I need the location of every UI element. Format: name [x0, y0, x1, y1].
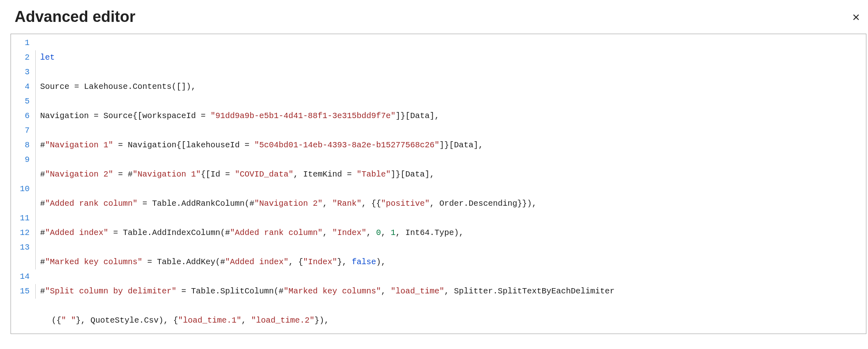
line-number: 7 — [11, 123, 30, 138]
line-number — [11, 167, 30, 182]
line-number: 4 — [11, 80, 30, 94]
line-number: 2 — [11, 50, 30, 65]
code-area[interactable]: let Source = Lakehouse.Contents([]), Nav… — [40, 34, 614, 334]
line-number: 11 — [11, 211, 30, 226]
code-line[interactable]: ({" "}, QuoteStyle.Csv), {"load_time.1",… — [40, 313, 614, 328]
code-line[interactable]: #"Marked key columns" = Table.AddKey(#"A… — [40, 255, 614, 269]
line-number — [11, 196, 30, 211]
line-number-gutter: 123456789101112131415 — [11, 34, 34, 334]
code-line[interactable]: #"Navigation 2" = #"Navigation 1"{[Id = … — [40, 167, 614, 182]
code-line[interactable]: #"Added index" = Table.AddIndexColumn(#"… — [40, 226, 614, 240]
line-number: 1 — [11, 36, 30, 50]
line-number: 8 — [11, 138, 30, 153]
line-number: 15 — [11, 284, 30, 299]
code-line[interactable]: #"Navigation 1" = Navigation{[lakehouseI… — [40, 138, 614, 153]
header-bar: Advanced editor × — [0, 0, 868, 30]
code-line[interactable]: Navigation = Source{[workspaceId = "91dd… — [40, 109, 614, 123]
line-number: 14 — [11, 269, 30, 284]
line-number: 9 — [11, 153, 30, 167]
line-number: 5 — [11, 94, 30, 109]
code-line[interactable]: #"Split column by delimiter" = Table.Spl… — [40, 284, 614, 299]
page-title: Advanced editor — [15, 8, 135, 26]
code-line[interactable]: let — [40, 50, 614, 65]
indent-guide — [34, 34, 40, 334]
code-line[interactable]: #"Added rank column" = Table.AddRankColu… — [40, 196, 614, 211]
close-icon[interactable]: × — [851, 9, 862, 25]
line-number — [11, 255, 30, 269]
code-line[interactable]: Source = Lakehouse.Contents([]), — [40, 80, 614, 94]
line-number: 12 — [11, 226, 30, 240]
advanced-editor[interactable]: 123456789101112131415 let Source = Lakeh… — [11, 34, 866, 334]
line-number: 3 — [11, 65, 30, 80]
line-number: 10 — [11, 182, 30, 196]
line-number: 13 — [11, 240, 30, 255]
line-number: 6 — [11, 109, 30, 123]
